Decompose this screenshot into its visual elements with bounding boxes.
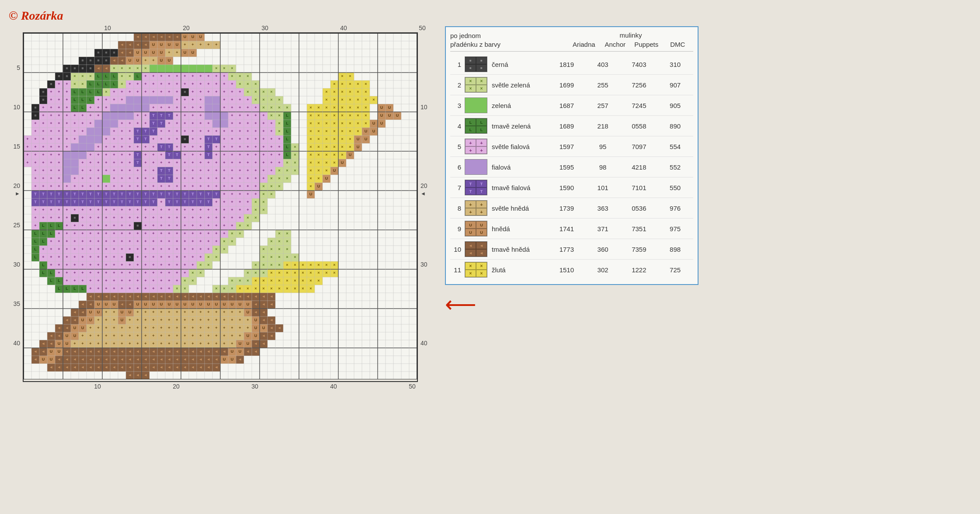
top-axis-label	[363, 24, 371, 31]
bot-axis-label	[298, 383, 306, 390]
top-axis-50: 50	[418, 24, 426, 31]
legend-puppets-7: 7101	[621, 184, 657, 191]
legend-dmc-1: 310	[657, 61, 693, 68]
legend-swatch-9: U U U U	[465, 221, 487, 236]
top-axis-label	[253, 24, 261, 31]
top-axis-label	[49, 24, 56, 31]
bot-axis-label	[235, 383, 243, 390]
legend-anchor-11: 302	[585, 266, 621, 274]
legend-num-6: 6	[450, 163, 461, 171]
top-axis-label	[159, 24, 167, 31]
top-axis-10: 10	[104, 24, 111, 31]
legend-puppets-1: 7403	[621, 61, 657, 68]
bot-axis-label	[259, 383, 267, 390]
top-axis-label	[190, 24, 198, 31]
bot-axis-label	[204, 383, 212, 390]
bot-axis-label	[125, 383, 133, 390]
top-axis-label	[198, 24, 206, 31]
bot-axis-label	[46, 383, 54, 390]
chart-row-wrapper: 5 10 15 20 ► 25 30 35 40	[9, 32, 432, 382]
bot-axis-label	[101, 383, 109, 390]
legend-swatch-3	[465, 97, 487, 113]
top-axis-label	[88, 24, 96, 31]
legend-swatch-1: ■ ■ ■ ■	[465, 56, 487, 72]
bot-axis-label	[219, 383, 227, 390]
legend-name-9: hnědá	[492, 225, 549, 233]
bot-axis-label	[353, 383, 361, 390]
legend-puppets-10: 7359	[621, 246, 657, 253]
legend-puppets-6: 4218	[621, 163, 657, 171]
top-axis-label	[222, 24, 229, 31]
legend-anchor-4: 218	[585, 122, 621, 130]
legend-anchor-6: 98	[585, 163, 621, 171]
legend-section: po jednom přadénku z barvy mulinky Ariad…	[445, 26, 699, 390]
legend-num-10: 10	[450, 246, 461, 253]
bot-axis-label	[243, 383, 251, 390]
bot-axis-label	[133, 383, 141, 390]
legend-row-1: 1 ■ ■ ■ ■ černá 1819 403 7403 310	[450, 54, 693, 75]
top-axis-label	[308, 24, 316, 31]
bot-axis-label	[369, 383, 377, 390]
legend-swatch-6	[465, 159, 487, 175]
legend-row-6: 6 fialová 1595 98 4218 552	[450, 157, 693, 177]
legend-cols-9: 1741 371 7351 975	[549, 225, 693, 233]
legend-num-9: 9	[450, 225, 461, 233]
legend-ariadna-11: 1510	[549, 266, 585, 274]
top-axis-label	[355, 24, 363, 31]
bot-axis-20: 20	[172, 383, 180, 390]
legend-num-8: 8	[450, 205, 461, 212]
legend-ariadna-2: 1699	[549, 81, 585, 89]
bot-axis-label	[400, 383, 408, 390]
legend-cols-7: 1590 101 7101 550	[549, 184, 693, 191]
column-headers: Ariadna Anchor Puppets DMC	[568, 41, 693, 48]
top-axis-label	[56, 24, 64, 31]
bot-axis-50: 50	[408, 383, 416, 390]
top-axis-label	[72, 24, 80, 31]
bot-axis-label	[196, 383, 204, 390]
legend-num-3: 3	[450, 102, 461, 109]
top-axis-label	[119, 24, 127, 31]
legend-num-7: 7	[450, 184, 461, 191]
legend-ariadna-10: 1773	[549, 246, 585, 253]
bot-axis-40: 40	[330, 383, 337, 390]
legend-row-2: 2 × × × × světle zelená 1699 255 7256 90…	[450, 75, 693, 95]
legend-ariadna-9: 1741	[549, 225, 585, 233]
legend-anchor-3: 257	[585, 102, 621, 109]
legend-cols-4: 1689 218 0558 890	[549, 122, 693, 130]
cross-stitch-grid	[24, 33, 417, 379]
right-axis: 10 20 ◄ 30 40	[419, 32, 432, 371]
bot-axis-label	[180, 383, 188, 390]
legend-name-4: tmavě zelená	[492, 122, 549, 130]
bot-axis-label	[78, 383, 86, 390]
top-axis-label	[403, 24, 410, 31]
bot-axis-label	[31, 383, 38, 390]
legend-num-1: 1	[450, 61, 461, 68]
bot-axis-label	[117, 383, 125, 390]
legend-anchor-9: 371	[585, 225, 621, 233]
legend-name-8: světle hnědá	[492, 205, 549, 212]
legend-anchor-5: 95	[585, 143, 621, 150]
legend-ariadna-1: 1819	[549, 61, 585, 68]
legend-cols-10: 1773 360 7359 898	[549, 246, 693, 253]
bot-axis-label	[282, 383, 290, 390]
legend-row-8: 8 + + + + světle hnědá 1739 363 0536 976	[450, 198, 693, 219]
top-axis-30: 30	[261, 24, 269, 31]
bot-axis-label	[86, 383, 94, 390]
legend-swatch-5: + + + +	[465, 139, 487, 154]
bot-axis-label	[156, 383, 164, 390]
legend-name-5: světle fialová	[492, 143, 549, 150]
legend-box: po jednom přadénku z barvy mulinky Ariad…	[445, 26, 699, 285]
top-axis-label	[316, 24, 324, 31]
legend-cols-6: 1595 98 4218 552	[549, 163, 693, 171]
bot-axis-label	[393, 383, 400, 390]
top-axis-label	[324, 24, 332, 31]
bot-axis-label	[306, 383, 314, 390]
top-axis-label	[269, 24, 277, 31]
legend-swatch-4: L L L L	[465, 118, 487, 134]
legend-ariadna-6: 1595	[549, 163, 585, 171]
left-axis: 5 10 15 20 ► 25 30 35 40	[9, 32, 22, 371]
mulinky-label: mulinky	[568, 31, 693, 39]
bot-axis-label	[164, 383, 172, 390]
top-axis-label	[206, 24, 214, 31]
bot-axis-label	[70, 383, 78, 390]
